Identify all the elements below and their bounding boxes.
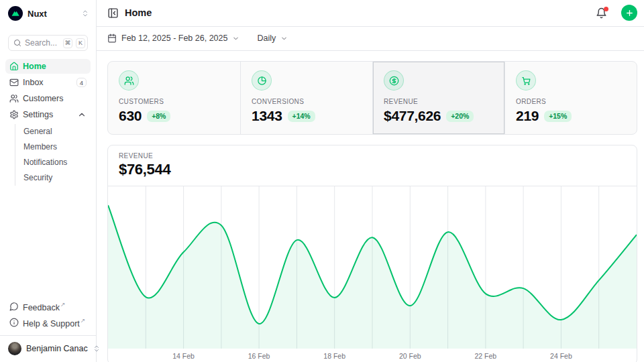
chart-current-value: $76,544 [119, 161, 626, 178]
app-window: Nuxt ⌘ K Home Inb [0, 0, 644, 362]
feedback-link[interactable]: Feedback↗ [5, 299, 91, 314]
filters-toolbar: Feb 12, 2025 - Feb 26, 2025 Daily [97, 27, 644, 52]
search-icon [13, 39, 21, 47]
help-support-link[interactable]: Help & Support↗ [5, 315, 91, 330]
brand-name: Nuxt [28, 9, 76, 19]
stat-label: REVENUE [384, 98, 494, 105]
stat-delta-badge: +14% [288, 111, 315, 122]
nuxt-logo [8, 6, 23, 21]
footer-link-label: Help & Support↗ [23, 317, 85, 328]
stat-card-conversions[interactable]: CONVERSIONS 1343 +14% [240, 62, 372, 134]
stat-delta-badge: +15% [544, 111, 572, 122]
sidebar-nav: Home Inbox 4 Customers Sett [0, 58, 96, 187]
x-tick-label: 18 Feb [323, 352, 345, 360]
chart-title: REVENUE [119, 152, 626, 160]
revenue-chart-card: REVENUE $76,544 14 Feb 16 Feb 18 Feb 20 … [107, 145, 637, 362]
sidebar-item-security[interactable]: Security [15, 170, 91, 185]
customers-icon [119, 70, 139, 90]
stat-card-revenue[interactable]: REVENUE $477,626 +20% [372, 62, 504, 134]
kbd-k: K [76, 38, 85, 48]
inbox-count-badge: 4 [76, 78, 87, 87]
sidebar-item-customers[interactable]: Customers [5, 91, 91, 106]
x-tick-label: 22 Feb [475, 352, 497, 360]
chevron-up-icon [77, 110, 87, 119]
sidebar: Nuxt ⌘ K Home Inb [0, 0, 97, 362]
stat-label: CUSTOMERS [119, 98, 229, 105]
home-icon [9, 62, 19, 71]
users-icon [9, 94, 19, 103]
stat-value: 1343 [252, 108, 282, 124]
stat-card-orders[interactable]: ORDERS 219 +15% [504, 62, 637, 134]
info-icon [9, 318, 19, 327]
settings-subnav: General Members Notifications Security [15, 124, 91, 186]
avatar [8, 342, 21, 355]
stat-value: 630 [119, 108, 142, 124]
sidebar-item-general[interactable]: General [15, 124, 91, 139]
stat-delta-badge: +8% [147, 111, 170, 122]
page-header: Home [97, 0, 644, 27]
inbox-icon [9, 78, 19, 87]
stat-card-customers[interactable]: CUSTOMERS 630 +8% [108, 62, 240, 134]
chevrons-up-down-icon [81, 9, 89, 17]
stat-label: ORDERS [516, 98, 626, 105]
gear-icon [9, 110, 19, 119]
chart-header: REVENUE $76,544 [108, 145, 637, 186]
period-select[interactable]: Daily [257, 34, 288, 43]
stats-row: CUSTOMERS 630 +8% CONVERSIONS 1343 +14% [107, 61, 637, 135]
stat-value: 219 [516, 108, 539, 124]
team-switcher[interactable]: Nuxt [0, 0, 96, 26]
sidebar-item-members[interactable]: Members [15, 139, 91, 154]
search-input[interactable] [25, 38, 60, 48]
sidebar-item-home[interactable]: Home [5, 59, 91, 74]
main-area: Home Feb 12, 2025 - Feb 26, 2025 [97, 0, 644, 362]
notifications-button[interactable] [596, 7, 607, 19]
x-tick-label: 14 Feb [172, 352, 195, 360]
plus-icon [625, 9, 634, 17]
dollar-circle-icon [384, 70, 404, 90]
notification-dot [604, 7, 608, 11]
add-button[interactable] [621, 5, 637, 21]
search-box[interactable]: ⌘ K [8, 35, 88, 51]
x-tick-label: 24 Feb [550, 352, 572, 360]
dashboard-content: CUSTOMERS 630 +8% CONVERSIONS 1343 +14% [97, 51, 644, 362]
x-tick-label: 16 Feb [248, 352, 270, 360]
sidebar-item-settings[interactable]: Settings [5, 107, 91, 122]
chart-x-axis: 14 Feb 16 Feb 18 Feb 20 Feb 22 Feb 24 Fe… [108, 349, 637, 362]
chevron-down-icon [280, 35, 288, 42]
kbd-cmd: ⌘ [63, 38, 72, 48]
chat-bubble-icon [9, 302, 19, 311]
footer-link-label: Feedback↗ [23, 301, 65, 312]
sidebar-footer: Feedback↗ Help & Support↗ [0, 299, 96, 335]
stat-delta-badge: +20% [446, 111, 474, 122]
sidebar-item-notifications[interactable]: Notifications [15, 155, 91, 170]
user-menu[interactable]: Benjamin Canac [0, 335, 96, 362]
chevron-down-icon [232, 35, 239, 42]
date-range-label: Feb 12, 2025 - Feb 26, 2025 [121, 34, 227, 43]
external-link-icon: ↗ [80, 317, 86, 324]
conversions-pie-icon [252, 70, 272, 90]
period-label: Daily [257, 34, 276, 43]
sidebar-item-label: Home [23, 62, 46, 71]
sidebar-item-label: Settings [23, 110, 53, 119]
revenue-area-chart [108, 186, 637, 349]
cart-icon [516, 70, 536, 90]
external-link-icon: ↗ [60, 301, 66, 308]
date-range-picker[interactable]: Feb 12, 2025 - Feb 26, 2025 [107, 34, 239, 43]
sidebar-item-label: Customers [23, 94, 63, 103]
sidebar-item-label: Inbox [23, 78, 44, 87]
sidebar-item-inbox[interactable]: Inbox 4 [5, 75, 91, 90]
calendar-icon [107, 34, 117, 43]
stat-value: $477,626 [384, 108, 441, 124]
stat-label: CONVERSIONS [252, 98, 362, 105]
user-name: Benjamin Canac [26, 344, 88, 353]
page-title: Home [125, 7, 590, 18]
x-tick-label: 20 Feb [399, 352, 421, 360]
panel-collapse-icon[interactable] [107, 7, 119, 19]
